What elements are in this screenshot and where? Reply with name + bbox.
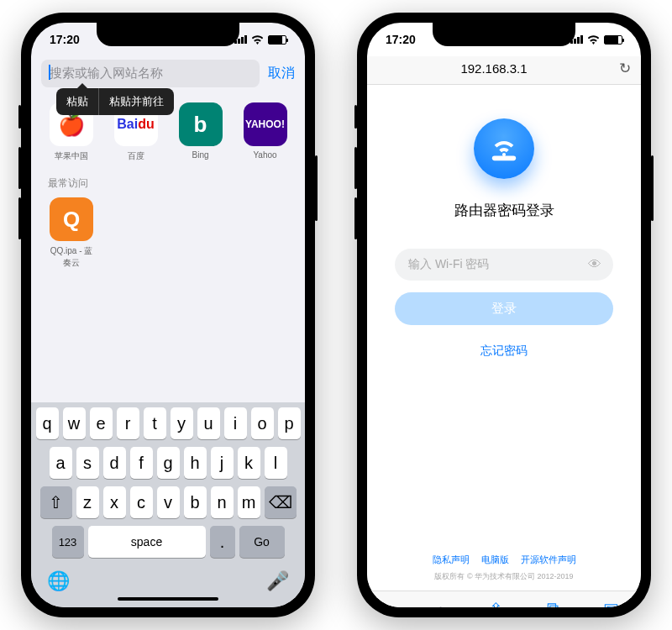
footer: 隐私声明 电脑版 开源软件声明 版权所有 © 华为技术有限公司 2012-201…	[367, 554, 641, 591]
login-button[interactable]: 登录	[395, 292, 613, 325]
address-bar: 192.168.3.1 ↻	[367, 56, 641, 85]
key-k[interactable]: k	[238, 447, 260, 479]
paste-option[interactable]: 粘贴	[56, 88, 99, 115]
key-f[interactable]: f	[130, 447, 153, 479]
context-menu: 粘贴 粘贴并前往	[56, 88, 174, 115]
notch	[433, 23, 575, 46]
home-indicator[interactable]	[118, 597, 218, 601]
key-y[interactable]: y	[171, 407, 193, 439]
paste-go-option[interactable]: 粘贴并前往	[99, 88, 174, 115]
go-key[interactable]: Go	[239, 526, 285, 558]
key-n[interactable]: n	[211, 486, 234, 518]
dot-key[interactable]: .	[210, 526, 235, 558]
key-i[interactable]: i	[224, 407, 247, 439]
screen-left: 17:20 ➤ 搜索或输入网站名称 取消 粘贴 粘贴并前往 🍎 苹果中国 Bai…	[31, 23, 305, 607]
key-s[interactable]: s	[76, 447, 99, 479]
desktop-link[interactable]: 电脑版	[481, 554, 509, 566]
router-title: 路由器密码登录	[454, 201, 554, 220]
phone-left: 17:20 ➤ 搜索或输入网站名称 取消 粘贴 粘贴并前往 🍎 苹果中国 Bai…	[21, 13, 315, 617]
key-d[interactable]: d	[103, 447, 126, 479]
tabs-icon[interactable]: ▣	[603, 599, 619, 608]
backspace-key[interactable]: ⌫	[265, 486, 297, 518]
oss-link[interactable]: 开源软件声明	[521, 554, 576, 566]
key-v[interactable]: v	[157, 486, 180, 518]
status-time: 17:20	[386, 33, 416, 46]
yahoo-icon: YAHOO!	[244, 102, 287, 146]
key-c[interactable]: c	[130, 486, 153, 518]
back-icon[interactable]: ‹	[389, 599, 395, 607]
key-z[interactable]: z	[76, 486, 99, 518]
password-input[interactable]: 输入 Wi-Fi 密码 👁	[395, 249, 613, 281]
forward-icon: ›	[438, 599, 444, 607]
site-icon: Q	[50, 197, 93, 241]
key-m[interactable]: m	[238, 486, 260, 518]
notch	[97, 23, 239, 46]
key-j[interactable]: j	[211, 447, 234, 479]
privacy-link[interactable]: 隐私声明	[433, 554, 470, 566]
copyright: 版权所有 © 华为技术有限公司 2012-2019	[367, 571, 641, 582]
key-e[interactable]: e	[90, 407, 113, 439]
url-display[interactable]: 192.168.3.1	[377, 61, 611, 76]
battery-icon	[268, 35, 286, 45]
show-password-icon[interactable]: 👁	[588, 257, 601, 272]
share-icon[interactable]: ⇪	[489, 599, 503, 608]
screen-right: 17:20 ➤ 192.168.3.1 ↻ 路由器密码登录 输入 Wi-Fi 密…	[367, 23, 641, 607]
keyboard: qwertyuiop asdfghjkl ⇧ zxcvbnm ⌫ 123 spa…	[31, 402, 305, 607]
cancel-button[interactable]: 取消	[268, 65, 295, 82]
forgot-password-link[interactable]: 忘记密码	[480, 344, 528, 359]
router-icon	[474, 118, 534, 179]
shift-key[interactable]: ⇧	[40, 486, 72, 518]
numbers-key[interactable]: 123	[52, 526, 84, 558]
key-l[interactable]: l	[265, 447, 287, 479]
mic-icon[interactable]: 🎤	[266, 570, 289, 592]
key-h[interactable]: h	[184, 447, 207, 479]
favorite-label: Bing	[192, 150, 208, 160]
key-b[interactable]: b	[184, 486, 207, 518]
svg-rect-1	[492, 156, 516, 161]
space-key[interactable]: space	[88, 526, 206, 558]
favorite-bing[interactable]: b Bing	[177, 102, 223, 162]
favorite-yahoo[interactable]: YAHOO! Yahoo	[242, 102, 288, 162]
wifi-icon	[587, 35, 600, 45]
favorite-label: Yahoo	[253, 150, 276, 160]
router-login-panel: 路由器密码登录 输入 Wi-Fi 密码 👁 登录 忘记密码	[367, 85, 641, 554]
key-w[interactable]: w	[63, 407, 86, 439]
globe-icon[interactable]: 🌐	[47, 570, 70, 592]
bing-icon: b	[179, 102, 223, 146]
reload-icon[interactable]: ↻	[619, 60, 631, 77]
battery-icon	[604, 35, 622, 45]
bookmarks-icon[interactable]: ⧉	[547, 599, 559, 607]
frequent-label: QQ.ipa - 蓝奏云	[48, 245, 95, 269]
key-q[interactable]: q	[36, 407, 59, 439]
key-u[interactable]: u	[197, 407, 220, 439]
frequent-header: 最常访问	[31, 166, 305, 197]
toolbar: ‹ › ⇪ ⧉ ▣	[367, 591, 641, 607]
search-input[interactable]: 搜索或输入网站名称	[41, 60, 260, 87]
key-a[interactable]: a	[50, 447, 72, 479]
key-r[interactable]: r	[117, 407, 139, 439]
favorite-label: 苹果中国	[55, 150, 88, 162]
key-p[interactable]: p	[278, 407, 301, 439]
key-g[interactable]: g	[157, 447, 180, 479]
wifi-icon	[251, 35, 264, 45]
phone-right: 17:20 ➤ 192.168.3.1 ↻ 路由器密码登录 输入 Wi-Fi 密…	[357, 13, 651, 617]
key-t[interactable]: t	[144, 407, 166, 439]
favorite-label: 百度	[128, 150, 144, 162]
frequent-item[interactable]: Q QQ.ipa - 蓝奏云	[48, 197, 95, 269]
status-time: 17:20	[50, 33, 80, 46]
key-o[interactable]: o	[251, 407, 274, 439]
key-x[interactable]: x	[103, 486, 126, 518]
